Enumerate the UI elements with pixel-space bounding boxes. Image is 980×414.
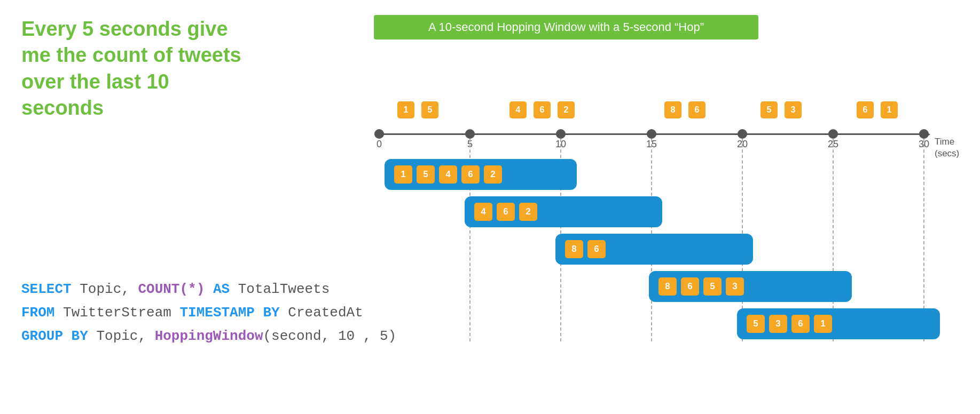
sql-count-kw: COUNT(*) xyxy=(138,281,205,297)
wb5-6: 6 xyxy=(791,315,810,333)
wb1-4: 4 xyxy=(439,165,457,184)
window-bar-1: 1 5 4 6 2 xyxy=(385,159,577,190)
sql-as-kw: AS xyxy=(205,281,230,297)
sql-line3: GROUP BY Topic, HoppingWindow(second, 10… xyxy=(21,324,396,348)
sql-topic: Topic, xyxy=(72,281,138,297)
sql-timestamp-kw: TIMESTAMP xyxy=(179,305,254,321)
event-badge-1a: 1 xyxy=(397,101,414,118)
timeline-dot-15 xyxy=(647,129,656,139)
event-badge-1b: 1 xyxy=(881,101,898,118)
sql-line1: SELECT Topic, COUNT(*) AS TotalTweets xyxy=(21,277,396,301)
wb2-2: 2 xyxy=(519,203,537,221)
sql-line2: FROM TwitterStream TIMESTAMP BY CreatedA… xyxy=(21,301,396,324)
window-bar-3: 8 6 xyxy=(555,234,753,265)
timeline-dot-0 xyxy=(374,129,384,139)
wb4-5: 5 xyxy=(703,277,722,296)
wb1-6: 6 xyxy=(461,165,480,184)
event-badge-4a: 4 xyxy=(509,101,527,118)
event-badge-6a: 6 xyxy=(534,101,551,118)
wb2-6: 6 xyxy=(497,203,515,221)
wb5-3: 3 xyxy=(769,315,787,333)
wb4-8: 8 xyxy=(658,277,677,296)
sql-by-kw: BY xyxy=(255,305,280,321)
event-badge-6b: 6 xyxy=(688,101,705,118)
event-badge-5b: 5 xyxy=(761,101,778,118)
window-bar-4: 8 6 5 3 xyxy=(649,271,852,302)
time-unit-label: Time (secs) xyxy=(935,136,959,160)
wb3-8: 8 xyxy=(565,240,583,258)
timeline-dot-25 xyxy=(828,129,838,139)
wb5-5: 5 xyxy=(747,315,765,333)
timeline-area: 0 5 10 15 20 25 30 Time (secs) 1 5 4 6 2… xyxy=(352,48,961,389)
description-text: Every 5 seconds give me the count of twe… xyxy=(21,16,246,122)
wb5-1: 1 xyxy=(814,315,832,333)
sql-from-kw: FROM xyxy=(21,305,54,321)
sql-twitterstream: TwitterStream xyxy=(54,305,179,321)
title-banner: A 10-second Hopping Window with a 5-seco… xyxy=(374,15,758,39)
sql-by2-kw: BY xyxy=(63,328,88,344)
wb3-6: 6 xyxy=(587,240,606,258)
sql-topic2: Topic, xyxy=(88,328,155,344)
event-badge-3a: 3 xyxy=(785,101,802,118)
timeline-dot-20 xyxy=(738,129,747,139)
wb4-6: 6 xyxy=(681,277,699,296)
wb1-1: 1 xyxy=(394,165,412,184)
event-badge-5a: 5 xyxy=(421,101,438,118)
timeline-dot-5 xyxy=(465,129,475,139)
sql-group-kw: GROUP xyxy=(21,328,63,344)
event-badge-6c: 6 xyxy=(857,101,874,118)
wb4-3: 3 xyxy=(726,277,744,296)
sql-createdat: CreatedAt xyxy=(280,305,363,321)
wb2-4: 4 xyxy=(474,203,492,221)
window-bar-5: 5 3 6 1 xyxy=(737,308,940,339)
sql-totaltweets: TotalTweets xyxy=(230,281,330,297)
sql-select-kw: SELECT xyxy=(21,281,72,297)
timeline-dot-10 xyxy=(556,129,566,139)
window-bar-2: 4 6 2 xyxy=(465,196,662,227)
sql-hoppingwindow-kw: HoppingWindow xyxy=(155,328,263,344)
event-badge-2a: 2 xyxy=(558,101,575,118)
event-badge-8a: 8 xyxy=(664,101,681,118)
timeline-dot-30 xyxy=(919,129,929,139)
time-label-0: 0 xyxy=(377,139,382,150)
wb1-2: 2 xyxy=(484,165,502,184)
sql-block: SELECT Topic, COUNT(*) AS TotalTweets FR… xyxy=(21,277,396,348)
wb1-5: 5 xyxy=(417,165,435,184)
